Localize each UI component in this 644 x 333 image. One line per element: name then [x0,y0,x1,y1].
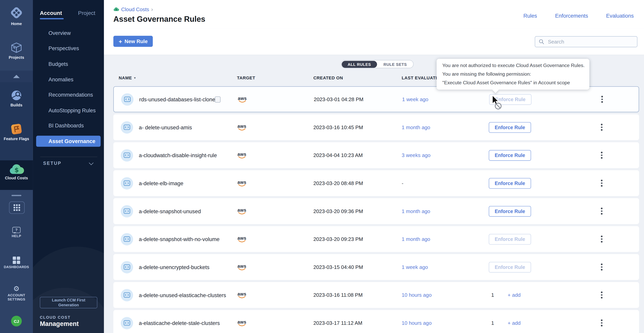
search-input[interactable] [547,39,631,45]
last-evaluated-link[interactable]: 3 weeks ago [402,152,430,158]
last-evaluated-link[interactable]: 1 month ago [402,236,430,242]
tab-account[interactable]: Account [40,10,62,16]
sidebar-item-recommendations[interactable]: Recommendations [48,92,93,98]
sidebar-item-bi-dashboards[interactable]: BI Dashboards [48,123,84,129]
sidebar-item-feature-flags[interactable]: Feature Flags [0,123,33,141]
created-on-value: 2023-03-15 04:40 PM [313,264,363,270]
aws-logo: aws [236,292,248,298]
rail-label: Cloud Costs [5,176,28,180]
module-picker-button[interactable] [9,201,25,214]
new-rule-button[interactable]: + New Rule [113,36,153,47]
kebab-menu-icon[interactable] [598,318,606,328]
enforce-rule-button[interactable]: Enforce Rule [489,150,531,161]
last-evaluated-link[interactable]: 1 month ago [402,124,430,130]
sidebar-item-asset-governance[interactable]: Asset Governance [36,136,101,147]
kebab-menu-icon[interactable] [598,178,606,188]
sort-caret-icon: ▾ [134,76,136,80]
nav-link-rules[interactable]: Rules [524,13,537,19]
rule-icon [121,233,133,245]
feature-flags-icon [0,123,33,136]
user-avatar[interactable]: CJ [11,316,22,326]
kebab-menu-icon[interactable] [598,234,606,244]
column-header-name[interactable]: NAME ▾ [119,75,136,80]
tooltip-line: "Execute Cloud Asset Governance Rules" i… [442,79,584,87]
add-enforcement-link[interactable]: + add [508,292,521,298]
rule-name: rds-unused-databases-list-clone [139,96,215,102]
sidebar-item-account-settings[interactable]: ⚙ ACCOUNT SETTINGS [0,285,33,301]
rule-icon [121,149,133,161]
kebab-menu-icon[interactable] [598,122,606,132]
rule-icon [121,121,133,133]
copy-icon[interactable] [215,96,220,102]
last-evaluated-link[interactable]: 10 hours ago [402,292,432,298]
aws-logo: aws [236,180,248,187]
table-row[interactable]: rds-unused-databases-list-clone aws 2023… [113,86,639,112]
sidebar-item-builds[interactable]: Builds [0,89,33,108]
last-evaluated-link[interactable]: 1 month ago [402,208,430,214]
search-icon [539,39,544,44]
rail-label: HELP [12,234,21,238]
created-on-value: 2023-03-16 10:45 PM [313,124,363,130]
rule-icon [121,93,134,105]
aws-logo: aws [236,124,248,131]
sidebar-item-overview[interactable]: Overview [48,30,71,36]
rule-icon [121,177,133,189]
plus-icon: + [119,39,122,44]
last-evaluated-link[interactable]: 10 hours ago [402,320,432,326]
sidebar-item-projects[interactable]: Projects [0,41,33,60]
setup-section-label[interactable]: SETUP [43,161,62,166]
rail-label: Feature Flags [4,136,29,141]
kebab-menu-icon[interactable] [598,150,606,160]
enforce-rule-button[interactable]: Enforce Rule [489,262,531,272]
nav-link-enforcements[interactable]: Enforcements [555,13,588,19]
enforce-rule-button[interactable]: Enforce Rule [489,178,531,189]
enforce-rule-button[interactable]: Enforce Rule [489,122,531,133]
rail-resize-handle[interactable] [12,195,21,196]
table-row[interactable]: a-delete-unused-elasticache-clusters aws… [113,282,639,308]
sidebar-item-cloud-costs[interactable]: $ Cloud Costs [0,164,33,181]
tab-project[interactable]: Project [78,10,95,16]
created-on-value: 2023-04-04 10:23 AM [313,152,363,158]
sidebar-item-perspectives[interactable]: Perspectives [48,45,79,51]
enforcements-count: 1 [491,320,494,326]
launch-ccm-first-gen-button[interactable]: Launch CCM First Generation [40,297,97,308]
table-row[interactable]: a- delete-unused-amis aws 2023-03-16 10:… [113,114,639,140]
toggle-rule-sets[interactable]: RULE SETS [377,60,413,68]
rail-collapse-control[interactable] [0,71,33,82]
rule-name: a-delete-snapshot-unused [139,208,201,214]
add-enforcement-link[interactable]: + add [508,320,521,326]
table-row[interactable]: a-delete-snapshot-with-no-volume aws 202… [113,226,639,252]
last-evaluated-link[interactable]: 1 week ago [402,96,428,102]
search-box[interactable] [535,36,637,48]
rule-icon [121,205,133,217]
table-row[interactable]: a-delete-elb-image aws 2023-03-20 08:48 … [113,170,639,196]
sidebar-item-autostopping[interactable]: AutoStopping Rules [48,107,96,113]
sidebar-item-help[interactable]: ? HELP [0,227,33,238]
toggle-all-rules[interactable]: ALL RULES [342,61,377,68]
sidebar-divider [40,157,98,157]
kebab-menu-icon[interactable] [598,290,606,300]
kebab-menu-icon[interactable] [598,206,606,216]
sidebar-item-anomalies[interactable]: Anomalies [48,77,74,83]
nav-link-evaluations[interactable]: Evaluations [606,13,634,19]
dashboards-icon [0,256,33,264]
chevron-up-icon [13,75,20,78]
table-row[interactable]: a-delete-snapshot-unused aws 2023-03-20 … [113,198,639,224]
table-row[interactable]: a-cloudwatch-disable-insight-rule aws 20… [113,142,639,168]
table-row[interactable]: a-elasticache-delete-stale-clusters aws … [113,310,639,333]
kebab-menu-icon[interactable] [598,262,606,272]
rail-label: ACCOUNT SETTINGS [8,293,25,301]
aws-logo: aws [236,152,248,159]
breadcrumb-link-cloud-costs[interactable]: Cloud Costs [121,7,149,12]
table-row[interactable]: a-delete-unencrypted-buckets aws 2023-03… [113,254,639,280]
sidebar-item-dashboards[interactable]: DASHBOARDS [0,256,33,269]
avatar-initials: CJ [14,319,19,323]
enforce-rule-button[interactable]: Enforce Rule [489,206,531,217]
enforce-rule-button[interactable]: Enforce Rule [489,234,531,244]
page-title: Asset Governance Rules [113,15,206,24]
sidebar-item-budgets[interactable]: Budgets [48,61,68,67]
chevron-down-icon[interactable] [89,161,94,165]
sidebar-item-home[interactable]: Home [0,5,33,26]
last-evaluated-link[interactable]: 1 week ago [402,264,428,270]
kebab-menu-icon[interactable] [598,94,606,104]
